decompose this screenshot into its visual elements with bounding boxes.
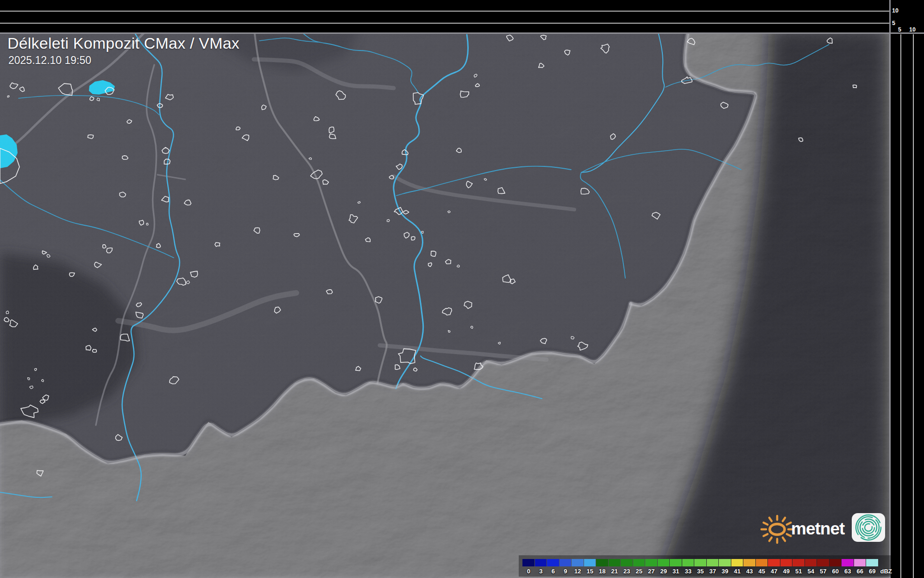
dbz-cell-63: [842, 559, 854, 566]
dbz-tick-label: 47: [771, 568, 777, 575]
dbz-tick-label: 15: [587, 568, 593, 575]
dbz-tick-label: 3: [539, 568, 542, 575]
dbz-cell-51: [792, 559, 805, 566]
top-strip: [0, 0, 924, 32]
dbz-tick-label: 45: [759, 568, 765, 575]
dbz-tick-label: 18: [599, 568, 605, 575]
dbz-cell-43: [743, 559, 755, 566]
radar-map: [0, 0, 924, 578]
dbz-tick-label: 51: [795, 568, 802, 575]
dbz-tick-label: 12: [574, 568, 581, 575]
dbz-cell-60: [830, 559, 842, 566]
dbz-cell-45: [756, 559, 768, 566]
dbz-tick-label: 43: [746, 568, 753, 575]
dbz-tick-label: 63: [844, 568, 851, 575]
dbz-tick-label: 27: [648, 568, 654, 575]
ruler-top-label-5: 5: [898, 26, 901, 33]
page-title: Délkeleti Kompozit CMax / VMax: [7, 34, 239, 52]
dbz-tick-label: 41: [734, 568, 741, 575]
dbz-cell-23: [621, 559, 633, 566]
dbz-tick-label: 37: [710, 568, 716, 575]
dbz-tick-label: 25: [636, 568, 642, 575]
metnet-app-icon[interactable]: [851, 513, 887, 543]
dbz-tick-label: 35: [697, 568, 704, 575]
dbz-cell-41: [731, 559, 743, 566]
dbz-cell-3: [535, 559, 547, 566]
dbz-tick-label: 54: [808, 568, 814, 575]
dbz-cell-54: [805, 559, 817, 566]
dbz-cell-15: [584, 559, 596, 566]
dbz-tick-label: 9: [564, 568, 567, 575]
ruler-right-label-5: 5: [892, 20, 895, 26]
dbz-tick-label: 0: [527, 568, 530, 575]
dbz-cell-21: [609, 559, 621, 566]
ruler-top-label-10: 10: [909, 26, 916, 33]
dbz-tick-label: 60: [832, 568, 839, 575]
dbz-cell-35: [694, 559, 706, 566]
dbz-cell-49: [780, 559, 792, 566]
dbz-cell-27: [645, 559, 657, 566]
timestamp: 2025.12.10 19:50: [8, 54, 91, 67]
dbz-cell-6: [547, 559, 559, 566]
dbz-tick-label: 66: [857, 568, 863, 575]
dbz-cell-31: [670, 559, 682, 566]
dbz-colorbar: [522, 559, 879, 566]
dbz-tick-label: 31: [673, 568, 679, 575]
dbz-cell-47: [768, 559, 780, 566]
dbz-tick-label: 69: [869, 568, 875, 575]
dbz-cell-57: [817, 559, 829, 566]
ruler-right-label-10: 10: [892, 7, 899, 14]
right-strip: [891, 0, 924, 578]
dbz-cell-69: [866, 559, 878, 566]
dbz-cell-25: [633, 559, 645, 566]
dbz-cell-0: [522, 559, 534, 566]
dbz-cell-18: [596, 559, 608, 566]
dbz-tick-label: 23: [623, 568, 630, 575]
dbz-tick-label: 57: [820, 568, 826, 575]
dbz-cell-12: [572, 559, 584, 566]
dbz-tick-label: 29: [660, 568, 667, 575]
dbz-cell-66: [854, 559, 866, 566]
dbz-tick-label: 6: [552, 568, 555, 575]
dbz-cell-29: [658, 559, 670, 566]
dbz-unit-label: dBZ: [880, 568, 892, 575]
metnet-logo-text[interactable]: metnet: [791, 519, 844, 539]
dbz-tick-label: 33: [685, 568, 691, 575]
dbz-cell-39: [719, 559, 731, 566]
dbz-tick-label: 39: [722, 568, 728, 575]
dbz-cell-37: [707, 559, 719, 566]
dbz-tick-label: 49: [783, 568, 790, 575]
dbz-cell-33: [682, 559, 694, 566]
dbz-tick-label: 21: [611, 568, 618, 575]
radar-viewer: Délkeleti Kompozit CMax / VMax 2025.12.1…: [0, 0, 924, 578]
dbz-cell-9: [559, 559, 572, 566]
